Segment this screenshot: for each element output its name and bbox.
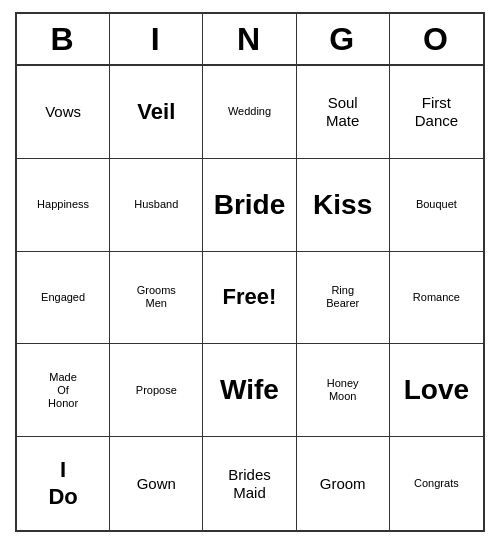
bingo-cell: Wife xyxy=(203,344,296,437)
header-letter: I xyxy=(110,14,203,64)
bingo-header: BINGO xyxy=(17,14,483,66)
bingo-cell: Kiss xyxy=(297,159,390,252)
bingo-cell: Bride xyxy=(203,159,296,252)
bingo-cell: Congrats xyxy=(390,437,483,530)
bingo-cell: MadeOfHonor xyxy=(17,344,110,437)
header-letter: O xyxy=(390,14,483,64)
bingo-cell: Propose xyxy=(110,344,203,437)
header-letter: G xyxy=(297,14,390,64)
bingo-cell: Love xyxy=(390,344,483,437)
bingo-cell: RingBearer xyxy=(297,252,390,345)
bingo-card: BINGO VowsVeilWeddingSoulMateFirstDanceH… xyxy=(15,12,485,532)
bingo-cell: GroomsMen xyxy=(110,252,203,345)
bingo-cell: Gown xyxy=(110,437,203,530)
bingo-cell: Happiness xyxy=(17,159,110,252)
header-letter: B xyxy=(17,14,110,64)
bingo-cell: Bouquet xyxy=(390,159,483,252)
bingo-cell: FirstDance xyxy=(390,66,483,159)
header-letter: N xyxy=(203,14,296,64)
bingo-cell: Wedding xyxy=(203,66,296,159)
bingo-cell: Groom xyxy=(297,437,390,530)
bingo-cell: Veil xyxy=(110,66,203,159)
bingo-cell: Free! xyxy=(203,252,296,345)
bingo-cell: Romance xyxy=(390,252,483,345)
bingo-cell: IDo xyxy=(17,437,110,530)
bingo-cell: HoneyMoon xyxy=(297,344,390,437)
bingo-cell: BridesMaid xyxy=(203,437,296,530)
bingo-grid: VowsVeilWeddingSoulMateFirstDanceHappine… xyxy=(17,66,483,530)
bingo-cell: Husband xyxy=(110,159,203,252)
bingo-cell: SoulMate xyxy=(297,66,390,159)
bingo-cell: Vows xyxy=(17,66,110,159)
bingo-cell: Engaged xyxy=(17,252,110,345)
